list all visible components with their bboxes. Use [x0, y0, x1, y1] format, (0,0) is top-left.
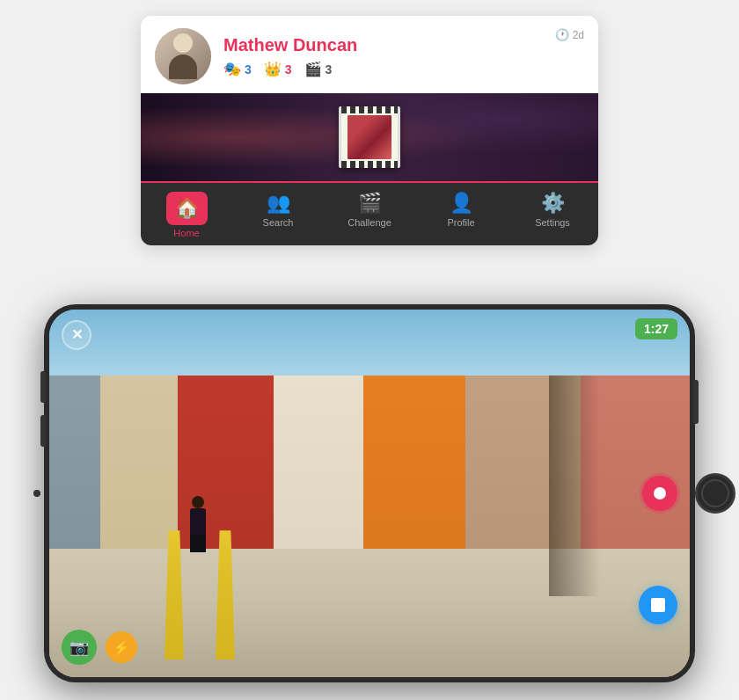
avatar-body: [169, 55, 197, 79]
close-button[interactable]: ✕: [62, 320, 91, 350]
badges-row: 🎭 3 👑 3 🎬 3: [223, 61, 584, 77]
camera-button[interactable]: 📷: [62, 630, 97, 665]
film-inner: [348, 115, 391, 159]
power-button: [693, 380, 699, 424]
volume-up-button: [40, 371, 46, 403]
flash-button[interactable]: ⚡: [106, 631, 137, 663]
settings-icon: ⚙️: [541, 192, 565, 215]
theater-icon: 🎭: [223, 61, 241, 77]
person-silhouette: [190, 496, 206, 552]
person-body: [190, 508, 206, 535]
person-head: [192, 496, 204, 508]
profile-card: Mathew Duncan 🎭 3 👑 3 🎬 3 🕐 2d: [141, 16, 598, 245]
clock-icon: 🕐: [555, 28, 569, 41]
nav-home[interactable]: 🏠 Home: [141, 183, 232, 245]
wall-shadow: [549, 376, 600, 596]
time-ago: 2d: [573, 29, 584, 41]
avatar-head: [173, 33, 193, 53]
home-button-ring: [701, 479, 729, 507]
card-info: Mathew Duncan 🎭 3 👑 3 🎬 3: [223, 35, 584, 77]
crown-badge: 👑 3: [264, 61, 292, 77]
film-banner: [141, 93, 598, 181]
bottom-nav: 🏠 Home 👥 Search 🎬 Challenge 👤 Profile ⚙️…: [141, 181, 598, 245]
camera-icon: 📷: [70, 638, 89, 657]
nav-challenge-label: Challenge: [348, 217, 391, 228]
front-camera: [33, 490, 40, 497]
nav-home-label: Home: [173, 228, 199, 238]
phone-section: ✕ 1:27: [44, 304, 695, 682]
record-dot-icon: [654, 487, 666, 499]
nav-search-label: Search: [263, 217, 294, 228]
nav-home-icon-wrap: 🏠: [166, 192, 208, 225]
film-badge: 🎬 3: [304, 61, 333, 77]
film-strip-container: [339, 106, 400, 168]
theater-badge: 🎭 3: [223, 61, 252, 77]
film-strip: [339, 106, 400, 168]
user-name: Mathew Duncan: [223, 35, 584, 55]
record-button[interactable]: [642, 476, 677, 511]
stop-button[interactable]: [639, 586, 677, 624]
search-people-icon: 👥: [267, 192, 290, 215]
theater-count: 3: [245, 62, 252, 77]
time-badge: 🕐 2d: [555, 28, 584, 41]
person-legs: [190, 535, 206, 552]
challenge-icon: 🎬: [358, 192, 382, 215]
nav-challenge[interactable]: 🎬 Challenge: [324, 183, 415, 245]
nav-profile-label: Profile: [447, 217, 474, 228]
nav-settings[interactable]: ⚙️ Settings: [507, 183, 598, 245]
stop-square-icon: [651, 598, 665, 612]
avatar: [155, 28, 211, 84]
sky: [49, 310, 690, 376]
phone-screen: ✕ 1:27: [49, 310, 690, 677]
camera-view: ✕ 1:27: [49, 310, 690, 677]
nav-profile[interactable]: 👤 Profile: [415, 183, 507, 245]
phone-frame: ✕ 1:27: [44, 304, 695, 682]
close-icon: ✕: [71, 328, 83, 342]
home-button[interactable]: [695, 473, 735, 514]
card-header: Mathew Duncan 🎭 3 👑 3 🎬 3 🕐 2d: [141, 16, 598, 93]
crown-count: 3: [285, 62, 292, 77]
nav-settings-label: Settings: [535, 217, 570, 228]
film-icon: 🎬: [304, 61, 322, 77]
film-count: 3: [326, 62, 333, 77]
street-scene: [49, 310, 690, 677]
home-icon: 🏠: [175, 197, 199, 219]
volume-down-button: [40, 415, 46, 447]
crown-icon: 👑: [264, 61, 282, 77]
flash-icon: ⚡: [113, 639, 130, 656]
nav-search[interactable]: 👥 Search: [232, 183, 324, 245]
profile-icon: 👤: [450, 192, 473, 215]
